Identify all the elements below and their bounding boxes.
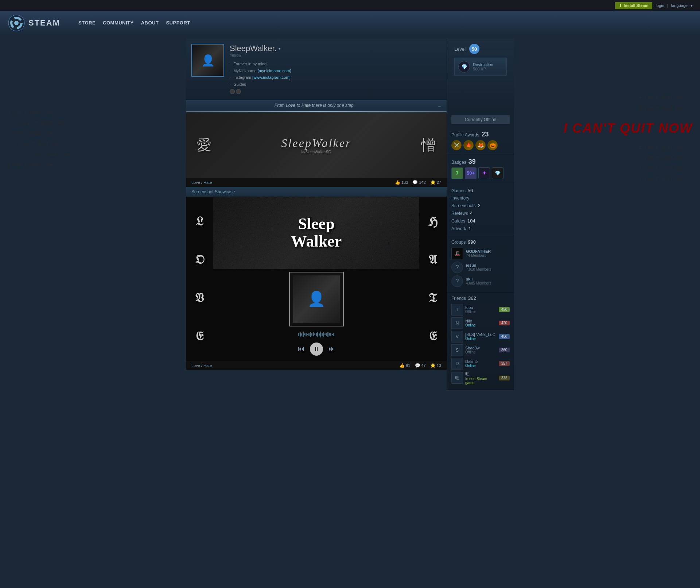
language-arrow: ▾: [691, 3, 693, 8]
group-info-1: GODFATHER 74 Members: [466, 249, 491, 258]
wave-7: [307, 334, 308, 335]
friend-level-shadow: 360: [499, 348, 510, 352]
screenshot-top-image[interactable]: SleepWalker: [213, 197, 419, 269]
bio-mynickname-link[interactable]: [mynickname.com]: [258, 69, 291, 73]
language-link[interactable]: language: [671, 3, 688, 8]
profile-awards-row: Profile Awards 23: [451, 131, 510, 138]
group-name-2: jesus: [466, 263, 491, 267]
avatar-image: 👤: [192, 45, 223, 76]
meta-dot-1: ·: [230, 62, 231, 66]
group-item-1[interactable]: 🎩 GODFATHER 74 Members: [451, 248, 510, 259]
friend-name-wang: 旺: [465, 371, 497, 377]
reviews-row[interactable]: Reviews 4: [451, 209, 510, 217]
level-row: Level 50: [454, 44, 507, 54]
badge-card[interactable]: 💎 Destruction 500 XP: [454, 58, 507, 76]
profile-awards-count: 23: [481, 131, 489, 138]
friend-info-nile: Nile Online: [465, 319, 497, 327]
profile-dropdown-arrow[interactable]: ▾: [279, 47, 280, 51]
guides-count: 104: [467, 218, 475, 224]
showcase-header: Screenshot Showcase: [186, 187, 447, 197]
screenshot-center: SleepWalker 👤: [213, 197, 419, 361]
wave-9: [310, 332, 311, 337]
wave-24: [332, 334, 333, 335]
reviews-count: 4: [470, 210, 472, 216]
wave-12: [314, 333, 315, 335]
screenshot-left-letters: 𝔏 𝔒 𝔙 𝔈: [186, 197, 213, 361]
games-row[interactable]: Games 56: [451, 187, 510, 194]
group-info-2: jesus 7,910 Members: [466, 263, 491, 271]
badge-thumb-7: 7: [451, 167, 463, 179]
status-more-dots[interactable]: ...: [438, 103, 441, 108]
gothic-T: 𝔗: [429, 291, 437, 305]
group-info-3: skil 4,685 Members: [466, 277, 491, 285]
inventory-row[interactable]: Inventory: [451, 194, 510, 202]
thumbs-up-icon: 👍: [395, 180, 400, 185]
featured-artwork: 愛 SleepWalker id/SleepWalkerSG 憎: [186, 112, 447, 178]
friend-venx[interactable]: V [BLS] VeNx_LuC Online 400: [451, 331, 510, 343]
friend-status-daki: Online: [465, 364, 497, 368]
award-icon-3: 🦊: [475, 140, 486, 150]
friend-nile[interactable]: N Nile Online 420: [451, 317, 510, 329]
screenshot-right-letters: ℌ 𝔄 𝔗 𝔈: [419, 197, 447, 361]
screenshots-count: 2: [478, 203, 481, 208]
wave-11: [313, 332, 314, 336]
showcase2-label: Love / Hate: [191, 363, 212, 368]
group-item-2[interactable]: ? jesus 7,910 Members: [451, 262, 510, 273]
featured-text-overlay: 愛 SleepWalker id/SleepWalkerSG 憎: [186, 112, 447, 178]
awards-count: 27: [437, 180, 441, 185]
logo-area[interactable]: STEAM: [7, 14, 60, 32]
featured-label: Love / Hate: [191, 180, 212, 185]
friend-level-venx: 400: [499, 334, 510, 339]
profile-awards-label: Profile Awards: [451, 132, 479, 138]
profile-meta: · Forever in ny mind · MyNickname [mynic…: [230, 61, 441, 88]
award-icon-4: 🎃: [487, 140, 498, 150]
level-label: Level: [454, 46, 466, 52]
char-right: 憎: [421, 135, 436, 155]
friend-shadow[interactable]: S Shad0w Offline 360: [451, 344, 510, 356]
wave-21: [327, 332, 328, 337]
nav-support[interactable]: SUPPORT: [166, 20, 190, 26]
player-next-button[interactable]: ⏭: [328, 345, 335, 353]
friend-avatar-daki: D: [451, 358, 463, 370]
games-label: Games: [451, 188, 466, 193]
player-prev-button[interactable]: ⏮: [298, 345, 304, 353]
friend-tobu[interactable]: T tobu Offline 450: [451, 304, 510, 316]
bio-mynickname-label: MyNickname: [233, 69, 257, 73]
bio-instagram-link[interactable]: [www.instagram.com]: [252, 75, 291, 80]
friend-info-wang: 旺 In non-Steam game: [465, 371, 497, 385]
badges-count: 39: [468, 158, 476, 166]
artwork-row[interactable]: Artwork 1: [451, 225, 510, 232]
groups-section: Groups 990 🎩 GODFATHER 74 Members ? je: [447, 236, 514, 293]
friend-status-shadow: Offline: [465, 350, 497, 354]
badges-label: Badges: [451, 160, 466, 165]
group-item-3[interactable]: ? skil 4,685 Members: [451, 275, 510, 287]
wave-3: [301, 333, 302, 336]
friend-wang[interactable]: 旺 旺 In non-Steam game 333: [451, 371, 510, 385]
screenshots-row[interactable]: Screenshots 2: [451, 202, 510, 209]
featured-section: 愛 SleepWalker id/SleepWalkerSG 憎 Love / …: [186, 112, 447, 187]
player-play-button[interactable]: ⏸: [310, 343, 323, 356]
bio-line1: Forever in ny mind: [233, 62, 267, 66]
screenshots-label: Screenshots: [451, 203, 476, 208]
install-steam-button[interactable]: ⬇ Install Steam: [615, 2, 652, 9]
badges-icons: 7 50+ ✦ 💎: [451, 167, 510, 179]
nav-store[interactable]: STORE: [78, 20, 96, 26]
meta-dot-4: ·: [230, 82, 231, 86]
meta-dot-3: ·: [230, 75, 231, 80]
login-link[interactable]: login: [656, 3, 664, 8]
wave-22: [329, 333, 330, 336]
badges-row: Badges 39: [451, 158, 510, 166]
player-controls: ⏮ ⏸ ⏭: [298, 343, 335, 356]
nav-about[interactable]: ABOUT: [141, 20, 159, 26]
meta-dot-2: ·: [230, 69, 231, 73]
friend-status-nile: Online: [465, 323, 497, 327]
showcase2-awards: ⭐ 13: [430, 363, 441, 368]
featured-name: SleepWalker: [281, 136, 351, 150]
reviews-label: Reviews: [451, 211, 468, 216]
guides-row[interactable]: Guides 104: [451, 217, 510, 225]
nav-community[interactable]: COMMUNITY: [103, 20, 134, 26]
wave-19: [324, 333, 326, 335]
friend-daki[interactable]: D Daki ☺ Online 357: [451, 358, 510, 370]
wave-14: [317, 332, 318, 337]
header-row: 👤 SleepWalker. ▾ #6805 · Forever in ny m…: [186, 38, 514, 112]
